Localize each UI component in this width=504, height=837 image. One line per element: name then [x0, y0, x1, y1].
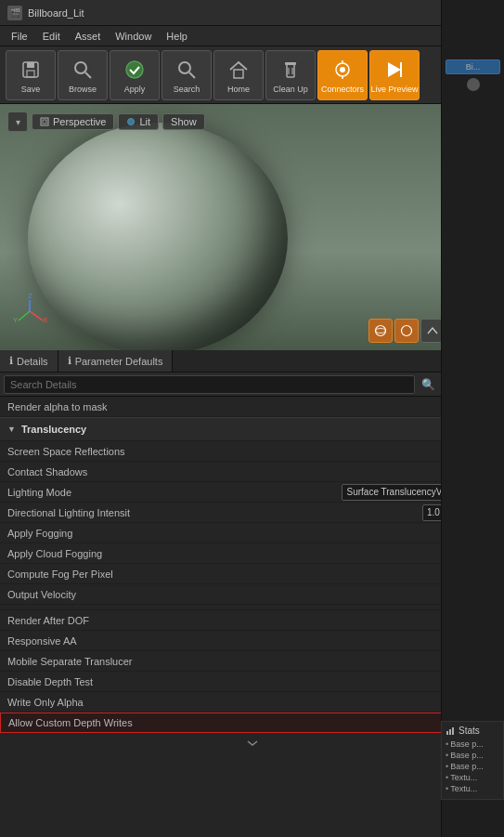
- billboard-dot: [467, 78, 480, 91]
- search-details-icon[interactable]: 🔍: [419, 375, 437, 394]
- stats-item-3: • Textu...: [446, 773, 499, 782]
- svg-point-5: [126, 61, 143, 78]
- apply-label: Apply: [124, 85, 146, 94]
- output-velocity-label: Output Velocity: [7, 589, 484, 600]
- stats-label: Stats: [459, 726, 480, 736]
- contact-shadows-label: Contact Shadows: [7, 466, 467, 477]
- prop-row-render-after-dof: Render After DOF ✓: [0, 610, 504, 631]
- stats-title: Stats: [446, 726, 499, 736]
- prop-row-responsive-aa: Responsive AA: [0, 631, 504, 651]
- svg-rect-9: [285, 62, 296, 65]
- svg-point-27: [402, 326, 412, 336]
- stats-text-1: Base p...: [450, 751, 484, 760]
- save-label: Save: [21, 85, 41, 94]
- cleanup-icon: [278, 57, 304, 83]
- render-after-dof-label: Render After DOF: [7, 615, 484, 626]
- prop-row-contact-shadows: Contact Shadows ✓ ↺: [0, 462, 504, 482]
- stats-item-4: • Textu...: [446, 784, 499, 793]
- directional-lighting-label: Directional Lighting Intensit: [7, 507, 422, 518]
- menu-window[interactable]: Window: [108, 29, 159, 44]
- svg-point-13: [340, 67, 345, 72]
- svg-rect-38: [446, 731, 448, 735]
- menu-asset[interactable]: Asset: [68, 29, 109, 44]
- svg-rect-2: [27, 71, 34, 77]
- connectors-button[interactable]: Connectors: [317, 50, 368, 100]
- viewport: ▾ Perspective Lit Show Z: [0, 104, 504, 350]
- browse-button[interactable]: Browse: [58, 50, 108, 100]
- title-bar: 🎬 Billboard_Lit ×: [0, 0, 504, 26]
- save-button[interactable]: Save: [6, 50, 56, 100]
- viewport-toolbar: ▾ Perspective Lit Show: [7, 111, 205, 132]
- right-panel: Bi... Stats • Base p... • Base p... • Ba…: [441, 0, 504, 837]
- mobile-separate-label: Mobile Separate Translucer: [7, 656, 484, 667]
- apply-cloud-fogging-label: Apply Cloud Fogging: [7, 548, 484, 559]
- save-icon: [18, 57, 44, 83]
- svg-line-21: [30, 311, 43, 320]
- menu-file[interactable]: File: [4, 29, 35, 44]
- lit-label: Lit: [139, 116, 150, 127]
- globe-ctrl-button[interactable]: [394, 319, 419, 343]
- menu-help[interactable]: Help: [159, 29, 195, 44]
- search-button[interactable]: Search: [162, 50, 212, 100]
- svg-rect-39: [449, 729, 451, 735]
- viewport-sphere: [28, 123, 288, 350]
- cleanup-button[interactable]: Clean Up: [265, 50, 316, 100]
- search-input[interactable]: [4, 375, 415, 394]
- search-icon: [174, 57, 200, 83]
- home-label: Home: [227, 85, 250, 94]
- search-label: Search: [174, 85, 200, 94]
- stats-text-0: Base p...: [450, 739, 484, 749]
- stats-item-1: • Base p...: [446, 751, 499, 760]
- write-only-alpha-label: Write Only Alpha: [7, 697, 484, 708]
- billboard-badge: Bi...: [446, 59, 500, 74]
- svg-point-26: [376, 329, 386, 333]
- render-alpha-label: Render alpha to mask: [7, 401, 467, 412]
- prop-row-output-velocity: Output Velocity: [0, 584, 504, 605]
- toolbar: Save Browse Apply Search Home Clean Up: [0, 46, 504, 104]
- translucency-section[interactable]: ▼ Translucency: [0, 417, 504, 441]
- svg-line-7: [189, 72, 195, 78]
- prop-row-render-alpha: Render alpha to mask ✓ ↺: [0, 397, 504, 417]
- perspective-label: Perspective: [53, 116, 106, 127]
- svg-rect-16: [41, 118, 48, 125]
- lit-button[interactable]: Lit: [118, 113, 159, 130]
- perspective-button[interactable]: Perspective: [32, 113, 114, 130]
- info-icon: ℹ: [9, 355, 13, 367]
- svg-point-25: [376, 326, 386, 336]
- stats-text-2: Base p...: [450, 762, 484, 771]
- tab-details[interactable]: ℹ Details: [0, 350, 58, 372]
- svg-line-4: [85, 72, 91, 78]
- compute-fog-label: Compute Fog Per Pixel: [7, 569, 484, 580]
- responsive-aa-label: Responsive AA: [7, 635, 484, 647]
- tab-parameters[interactable]: ℹ Parameter Defaults: [58, 350, 174, 372]
- apply-button[interactable]: Apply: [110, 50, 160, 100]
- sphere-ctrl-button[interactable]: [368, 319, 393, 343]
- show-button[interactable]: Show: [162, 113, 205, 130]
- ssr-label: Screen Space Reflections: [7, 446, 484, 457]
- livepreview-button[interactable]: Live Preview: [369, 50, 420, 100]
- translucency-label: Translucency: [21, 424, 86, 435]
- home-button[interactable]: Home: [213, 50, 264, 100]
- livepreview-icon: [381, 57, 407, 83]
- prop-row-disable-depth: Disable Depth Test: [0, 672, 504, 692]
- svg-line-23: [19, 311, 30, 320]
- prop-row-write-only-alpha: Write Only Alpha: [0, 692, 504, 713]
- prop-row-lighting-mode: Lighting Mode Surface TranslucencyVolume…: [0, 482, 504, 503]
- apply-fogging-label: Apply Fogging: [7, 528, 484, 539]
- svg-rect-40: [452, 727, 454, 735]
- menu-bar: File Edit Asset Window Help: [0, 26, 504, 46]
- apply-icon: [122, 57, 148, 83]
- search-bar: 🔍 ▾: [0, 373, 504, 397]
- allow-custom-depth-label: Allow Custom Depth Writes: [8, 717, 483, 728]
- svg-rect-8: [234, 70, 243, 78]
- disable-depth-label: Disable Depth Test: [7, 676, 484, 687]
- menu-edit[interactable]: Edit: [35, 29, 68, 44]
- title-bar-title: Billboard_Lit: [28, 7, 484, 19]
- lighting-mode-label: Lighting Mode: [7, 487, 342, 498]
- scroll-indicator: [0, 733, 504, 753]
- viewport-toggle[interactable]: ▾: [7, 111, 28, 132]
- main-layout: ▾ Perspective Lit Show Z: [0, 104, 504, 837]
- connectors-label: Connectors: [321, 85, 364, 94]
- tab-parameters-label: Parameter Defaults: [75, 356, 163, 367]
- svg-text:X: X: [43, 316, 48, 324]
